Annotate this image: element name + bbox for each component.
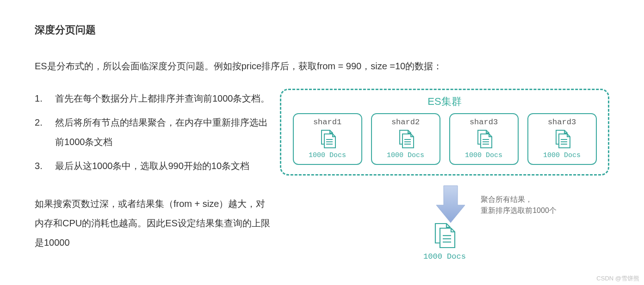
page-title: 深度分页问题 (35, 23, 609, 37)
shard-box: shard3 1000 Docs (527, 113, 597, 165)
step-item: 最后从这1000条中，选取从990开始的10条文档 (35, 156, 271, 176)
annotation-line: 聚合所有结果， (481, 194, 557, 205)
document-icon (395, 128, 416, 150)
shard-name: shard1 (313, 118, 341, 127)
watermark: CSDN @雪饼熊 (596, 274, 639, 283)
result-block: 1000 Docs (280, 222, 609, 261)
summary-text: 如果搜索页数过深，或者结果集（from + size）越大，对内存和CPU的消耗… (35, 194, 271, 252)
shard-box: shard1 1000 Docs (293, 113, 362, 165)
shard-docs: 1000 Docs (465, 152, 502, 159)
arrow-down-icon (434, 185, 467, 222)
result-docs: 1000 Docs (423, 252, 466, 261)
shard-name: shard2 (391, 118, 420, 127)
shard-box: shard3 1000 Docs (449, 113, 519, 165)
document-icon (430, 222, 459, 249)
document-icon (317, 128, 338, 150)
document-icon (473, 128, 495, 150)
shard-name: shard3 (470, 118, 498, 127)
step-item: 首先在每个数据分片上都排序并查询前1000条文档。 (35, 89, 271, 108)
shard-box: shard2 1000 Docs (371, 113, 440, 165)
cluster-box: ES集群 shard1 (280, 89, 609, 176)
document-icon (551, 128, 573, 150)
annotation-line: 重新排序选取前1000个 (481, 205, 557, 216)
arrow-annotation: 聚合所有结果， 重新排序选取前1000个 (481, 194, 557, 216)
cluster-title: ES集群 (427, 95, 461, 109)
step-item: 然后将所有节点的结果聚合，在内存中重新排序选出前1000条文档 (35, 113, 271, 152)
shard-docs: 1000 Docs (543, 152, 581, 159)
shard-docs: 1000 Docs (309, 152, 346, 159)
shard-docs: 1000 Docs (387, 152, 424, 159)
shard-name: shard3 (548, 118, 576, 127)
steps-list: 首先在每个数据分片上都排序并查询前1000条文档。 然后将所有节点的结果聚合，在… (35, 89, 271, 176)
intro-text: ES是分布式的，所以会面临深度分页问题。例如按price排序后，获取from =… (35, 60, 609, 73)
